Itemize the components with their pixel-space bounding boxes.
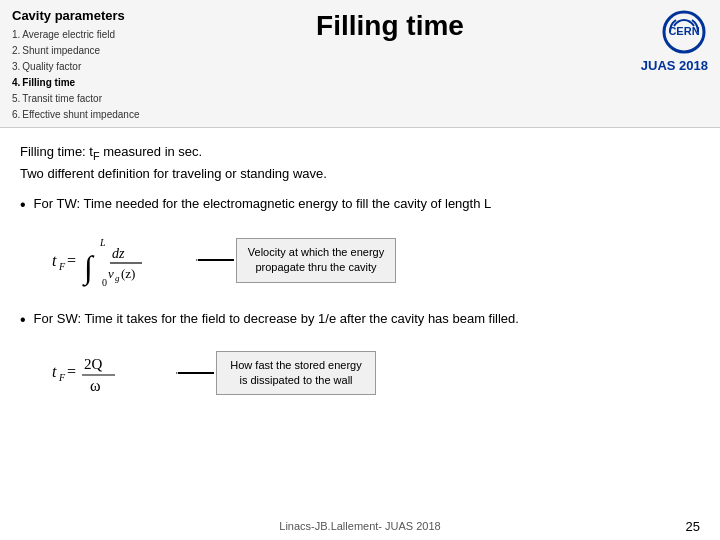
nav-item-2[interactable]: 2.Shunt impedance (12, 43, 172, 59)
sidebar-section: Cavity parameters 1.Average electric fie… (12, 8, 172, 123)
formula-2-svg: t F = 2Q ω (50, 343, 160, 403)
formula-2-box: t F = 2Q ω (42, 339, 168, 407)
cern-logo-icon: CERN (660, 8, 708, 56)
footer-credit: Linacs-JB.Lallement- JUAS 2018 (279, 520, 440, 532)
intro-line2: Two different definition for traveling o… (20, 166, 327, 181)
bullet-2-text: For SW: Time it takes for the field to d… (34, 310, 519, 328)
nav-item-4[interactable]: 4.Filling time (12, 75, 172, 91)
tooltip-arrow-row-1: Velocity at which the energy propagate t… (196, 238, 396, 283)
intro-line1: Filling time: tF measured in sec. (20, 144, 202, 159)
svg-text:t: t (52, 363, 57, 380)
intro-text: Filling time: tF measured in sec. Two di… (20, 142, 700, 183)
svg-text:F: F (58, 372, 66, 383)
svg-text:F: F (58, 261, 66, 272)
page-heading: Filling time (172, 10, 608, 42)
svg-text:=: = (67, 363, 76, 380)
tooltip-arrow-row-2: How fast the stored energy is dissipated… (176, 351, 376, 396)
bullet-row-2: • For SW: Time it takes for the field to… (20, 310, 700, 331)
nav-list: 1.Average electric field 2.Shunt impedan… (12, 27, 172, 123)
svg-text:ω: ω (90, 377, 101, 394)
svg-text:dz: dz (112, 246, 125, 261)
bullet-section-1: • For TW: Time needed for the electromag… (20, 195, 700, 296)
bullet-2-dot: • (20, 310, 26, 331)
formula-1-box: t F = ∫ 0 L dz v g (z) (42, 224, 188, 296)
nav-item-5[interactable]: 5.Transit time factor (12, 91, 172, 107)
svg-text:t: t (52, 252, 57, 269)
formula-row-2: t F = 2Q ω (42, 339, 700, 407)
tooltip-1-box: Velocity at which the energy propagate t… (236, 238, 396, 283)
page-heading-area: Filling time (172, 8, 608, 42)
svg-text:v: v (108, 266, 114, 281)
formula-row-1: t F = ∫ 0 L dz v g (z) (42, 224, 700, 296)
svg-text:0: 0 (102, 277, 107, 288)
arrow-2-icon (176, 363, 216, 383)
nav-item-6[interactable]: 6.Effective shunt impedance (12, 107, 172, 123)
svg-text:∫: ∫ (82, 249, 95, 287)
svg-text:g: g (115, 273, 120, 283)
arrow-1-icon (196, 250, 236, 270)
top-bar: Cavity parameters 1.Average electric fie… (0, 0, 720, 128)
main-content: Filling time: tF measured in sec. Two di… (0, 128, 720, 429)
footer-page-number: 25 (686, 519, 700, 534)
svg-text:CERN: CERN (668, 25, 699, 37)
nav-item-1[interactable]: 1.Average electric field (12, 27, 172, 43)
bullet-1-text: For TW: Time needed for the electromagne… (34, 195, 492, 213)
svg-text:=: = (67, 252, 76, 269)
tooltip-2-box: How fast the stored energy is dissipated… (216, 351, 376, 396)
svg-text:2Q: 2Q (84, 356, 103, 372)
logo-area: CERN JUAS 2018 (608, 8, 708, 73)
cavity-parameters-title: Cavity parameters (12, 8, 172, 23)
svg-text:L: L (99, 237, 106, 248)
svg-text:(z): (z) (121, 266, 135, 281)
bullet-row-1: • For TW: Time needed for the electromag… (20, 195, 700, 216)
bullet-section-2: • For SW: Time it takes for the field to… (20, 310, 700, 407)
formula-1-svg: t F = ∫ 0 L dz v g (z) (50, 228, 180, 292)
footer: Linacs-JB.Lallement- JUAS 2018 25 (0, 520, 720, 532)
bullet-1-dot: • (20, 195, 26, 216)
nav-item-3[interactable]: 3.Quality factor (12, 59, 172, 75)
juas-badge: JUAS 2018 (641, 58, 708, 73)
